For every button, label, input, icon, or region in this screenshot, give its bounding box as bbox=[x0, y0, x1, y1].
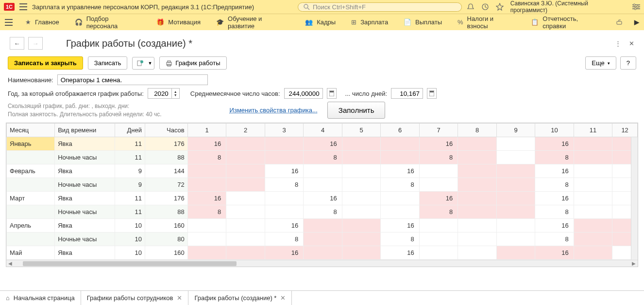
cell-day[interactable]: 16 bbox=[419, 137, 458, 151]
burger-icon[interactable] bbox=[19, 3, 27, 10]
scroll-thumb[interactable] bbox=[23, 261, 237, 266]
fill-button[interactable]: Заполнить bbox=[327, 102, 386, 119]
star-icon[interactable] bbox=[496, 3, 504, 11]
cell-day[interactable]: 8 bbox=[304, 205, 342, 219]
cell-month[interactable]: Март bbox=[7, 192, 55, 205]
cell-month[interactable]: Апрель bbox=[7, 219, 55, 233]
avg-days-input[interactable] bbox=[391, 88, 423, 99]
cell-day[interactable] bbox=[381, 151, 420, 164]
cell-day[interactable] bbox=[226, 178, 265, 192]
close-icon[interactable]: ✕ bbox=[280, 294, 286, 302]
cell-day[interactable]: 8 bbox=[535, 205, 574, 219]
cell-day[interactable]: 16 bbox=[381, 164, 420, 178]
save-close-button[interactable]: Записать и закрыть bbox=[8, 56, 83, 70]
cell-type[interactable]: Ночные часы bbox=[55, 233, 115, 246]
close-icon[interactable]: ✕ bbox=[177, 294, 182, 302]
cell-day[interactable] bbox=[381, 205, 420, 219]
cell-days[interactable]: 11 bbox=[115, 192, 145, 205]
col-day-3[interactable]: 3 bbox=[265, 124, 304, 137]
nav-Главное[interactable]: ★Главное bbox=[17, 14, 67, 31]
bottom-tab[interactable]: ⌂Начальная страница bbox=[0, 291, 81, 305]
cell-day[interactable] bbox=[496, 219, 535, 233]
cell-day[interactable] bbox=[226, 233, 265, 246]
cell-day[interactable] bbox=[458, 233, 497, 246]
global-search[interactable]: Поиск Ctrl+Shift+F bbox=[298, 2, 462, 12]
cell-day[interactable] bbox=[496, 151, 535, 164]
cell-day[interactable] bbox=[419, 178, 458, 192]
cell-day[interactable] bbox=[574, 233, 612, 246]
col-day-10[interactable]: 10 bbox=[535, 124, 574, 137]
col-day-4[interactable]: 4 bbox=[304, 124, 342, 137]
cell-day[interactable] bbox=[226, 164, 265, 178]
cell-day[interactable] bbox=[574, 205, 612, 219]
cell-type[interactable]: Явка bbox=[55, 246, 115, 260]
cell-day[interactable]: 16 bbox=[535, 192, 574, 205]
cell-day[interactable] bbox=[226, 246, 265, 260]
col-day-6[interactable]: 6 bbox=[381, 124, 420, 137]
cell-month[interactable]: Январь bbox=[7, 137, 55, 151]
cell-type[interactable]: Явка bbox=[55, 192, 115, 205]
table-row[interactable]: ФевральЯвка9144161616 bbox=[7, 164, 638, 178]
cell-day[interactable] bbox=[419, 219, 458, 233]
menu-scroll-right-icon[interactable]: ▶ bbox=[629, 18, 644, 26]
cell-day[interactable]: 16 bbox=[535, 137, 574, 151]
cell-day[interactable] bbox=[496, 205, 535, 219]
cell-days[interactable]: 11 bbox=[115, 137, 145, 151]
cell-day[interactable] bbox=[458, 164, 497, 178]
cell-day[interactable]: 8 bbox=[535, 178, 574, 192]
cell-month[interactable] bbox=[7, 233, 55, 246]
table-row[interactable]: МартЯвка1117616161616 bbox=[7, 192, 638, 205]
cell-day[interactable] bbox=[342, 137, 381, 151]
col-day-8[interactable]: 8 bbox=[458, 124, 497, 137]
cell-day[interactable] bbox=[574, 246, 612, 260]
cell-day[interactable] bbox=[496, 233, 535, 246]
edit-properties-link[interactable]: Изменить свойства графика... bbox=[230, 107, 318, 114]
cell-day[interactable] bbox=[265, 137, 304, 151]
cell-month[interactable] bbox=[7, 151, 55, 164]
cell-day[interactable] bbox=[458, 219, 497, 233]
nav-Мотивация[interactable]: 🎁Мотивация bbox=[149, 14, 208, 31]
cell-day[interactable] bbox=[381, 137, 420, 151]
cell-day[interactable] bbox=[187, 233, 226, 246]
cell-day[interactable] bbox=[574, 178, 612, 192]
cell-day[interactable] bbox=[574, 219, 612, 233]
cell-day[interactable] bbox=[496, 246, 535, 260]
table-row[interactable]: Ночные часы11888888 bbox=[7, 151, 638, 164]
cell-day[interactable] bbox=[226, 151, 265, 164]
cell-days[interactable]: 9 bbox=[115, 178, 145, 192]
cell-day[interactable] bbox=[458, 192, 497, 205]
cell-day[interactable] bbox=[265, 205, 304, 219]
cell-day[interactable] bbox=[342, 246, 381, 260]
cell-type[interactable]: Явка bbox=[55, 219, 115, 233]
cell-day[interactable]: 8 bbox=[265, 233, 304, 246]
cell-day[interactable] bbox=[419, 246, 458, 260]
cell-day[interactable] bbox=[496, 164, 535, 178]
name-input[interactable] bbox=[57, 74, 208, 85]
cell-day[interactable] bbox=[574, 164, 612, 178]
vertical-scrollbar[interactable] bbox=[631, 137, 638, 260]
cell-type[interactable]: Явка bbox=[55, 164, 115, 178]
col-day-2[interactable]: 2 bbox=[226, 124, 265, 137]
calc-days-button[interactable] bbox=[427, 88, 437, 99]
cell-day[interactable] bbox=[342, 164, 381, 178]
cell-day[interactable] bbox=[458, 151, 497, 164]
cell-day[interactable]: 16 bbox=[265, 246, 304, 260]
nav-Отчетность, справки[interactable]: 📋Отчетность, справки bbox=[523, 14, 610, 31]
horizontal-scrollbar[interactable]: ◀ ▶ bbox=[6, 260, 638, 267]
cell-day[interactable] bbox=[574, 192, 612, 205]
cell-month[interactable] bbox=[7, 205, 55, 219]
nav-Обучение и развитие[interactable]: 🎓Обучение и развитие bbox=[208, 14, 297, 31]
cell-day[interactable] bbox=[226, 219, 265, 233]
cell-day[interactable] bbox=[342, 219, 381, 233]
bell-icon[interactable] bbox=[467, 3, 475, 11]
cell-month[interactable]: Февраль bbox=[7, 164, 55, 178]
scroll-right-icon[interactable]: ▶ bbox=[630, 261, 638, 266]
table-row[interactable]: Ночные часы1080888 bbox=[7, 233, 638, 246]
user-name[interactable]: Савинская З.Ю. (Системный программист) bbox=[510, 0, 626, 14]
cell-type[interactable]: Ночные часы bbox=[55, 205, 115, 219]
nav-Налоги и взносы[interactable]: %Налоги и взносы bbox=[450, 14, 523, 31]
nav-Зарплата[interactable]: ⊞Зарплата bbox=[343, 14, 396, 31]
col-day-11[interactable]: 11 bbox=[574, 124, 612, 137]
cell-day[interactable] bbox=[304, 164, 342, 178]
cell-hours[interactable]: 72 bbox=[145, 178, 187, 192]
